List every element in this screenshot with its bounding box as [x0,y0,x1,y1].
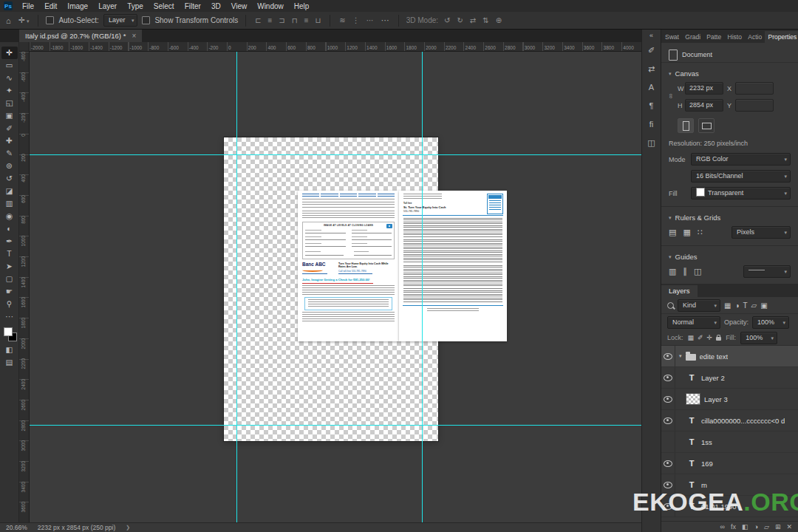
horizontal-ruler[interactable]: -2000-1800-1600-1400-1200-1000-800-600-4… [30,42,641,52]
show-transform-checkbox[interactable] [142,16,150,24]
frame-tool[interactable]: ▣ [1,109,18,122]
menu-type[interactable]: Type [122,2,149,10]
color-mode-dropdown[interactable]: RGB Color [691,153,791,166]
new-group-icon[interactable]: ▱ [764,523,769,531]
panel-tab-actio[interactable]: Actio [744,31,764,43]
layer-row[interactable]: T169 [661,453,798,474]
add-layer-mask-icon[interactable]: ◧ [742,523,748,531]
gradient-tool[interactable]: ▥ [1,197,18,210]
type-tool[interactable]: T [1,248,18,260]
screen-mode-icon[interactable]: ▤ [1,356,18,369]
menu-3d[interactable]: 3D [206,2,226,10]
layer-row[interactable]: T1ss [661,432,798,453]
align-right-icon[interactable]: ⊐ [277,16,286,24]
distribute-horizontal-icon[interactable]: ≋ [338,16,347,24]
panel-tab-gradi[interactable]: Gradi [681,31,703,43]
adjustment-layer-icon[interactable]: ◑ [754,523,758,531]
menu-view[interactable]: View [226,2,253,10]
height-field[interactable]: 2854 px [685,99,723,112]
tab-layers[interactable]: Layers [661,285,698,297]
lock-image-pixels-icon[interactable]: ✐ [698,334,703,341]
menu-select[interactable]: Select [149,2,180,10]
layer-row[interactable]: TLayer 2 [661,367,798,389]
snap-options-icon[interactable]: ∷ [698,228,703,237]
expand-panels-icon[interactable]: « [642,30,661,41]
canvas-area[interactable]: IMAGE AT LEVELS AT CLOSING LOANS Banc AB… [30,52,641,522]
align-middle-vertical-icon[interactable]: ≡ [303,16,310,24]
tool-preset-button[interactable]: ✛▾ [17,16,31,25]
visibility-toggle[interactable] [661,453,675,474]
guide-vertical[interactable] [236,52,237,522]
distribute-vertical-icon[interactable]: ⋮ [351,16,361,24]
quick-mask-icon[interactable]: ◧ [1,344,18,356]
canvas-fill-dropdown[interactable]: Transparent [691,187,791,200]
filter-smart-objects-icon[interactable]: ▣ [760,301,767,310]
lock-guides-icon[interactable]: ∥ [683,267,687,276]
filter-pixel-layers-icon[interactable]: ▦ [724,301,731,310]
layer-style-icon[interactable]: fx [731,523,736,531]
zoom-tool[interactable]: ⚲ [1,298,18,310]
visibility-toggle[interactable] [661,432,675,452]
bit-depth-dropdown[interactable]: 16 Bits/Channel [691,170,791,183]
foreground-color-swatch[interactable] [4,327,13,336]
paragraph-panel-icon[interactable]: ¶ [642,97,661,115]
3d-roll-icon[interactable]: ↻ [455,16,464,24]
y-field[interactable] [735,99,774,112]
status-chevron-icon[interactable]: ❯ [126,525,130,531]
guide-horizontal[interactable] [30,425,641,426]
menu-layer[interactable]: Layer [93,2,122,10]
dodge-tool[interactable]: ◐ [1,222,18,235]
color-swatches[interactable] [1,326,18,344]
3d-slide-icon[interactable]: ⇅ [481,16,490,24]
pen-tool[interactable]: ✒ [1,235,18,248]
rectangular-marquee-tool[interactable]: ▭ [1,59,18,72]
menu-window[interactable]: Window [252,2,289,10]
toggle-grid-icon[interactable]: ▦ [683,228,690,237]
glyphs-panel-icon[interactable]: ﬁ [642,115,661,134]
lasso-tool[interactable]: ∿ [1,72,18,84]
3d-rotate-icon[interactable]: ↺ [443,16,451,24]
blur-tool[interactable]: ◉ [1,210,18,222]
new-layer-icon[interactable]: ⊞ [775,523,781,531]
auto-select-checkbox[interactable] [46,16,54,24]
link-layers-icon[interactable]: ∞ [720,523,725,531]
3d-scale-icon[interactable]: ⊕ [494,16,503,24]
path-selection-tool[interactable]: ➤ [1,260,18,273]
3d-pan-icon[interactable]: ⇄ [468,16,477,24]
width-field[interactable]: 2232 px [685,82,723,95]
guide-horizontal[interactable] [30,154,641,155]
move-tool[interactable]: ✛ [1,47,18,59]
landscape-orientation-button[interactable] [698,118,715,133]
rectangle-tool[interactable]: ▢ [1,273,18,285]
crop-tool[interactable]: ◱ [1,97,18,109]
panel-tab-swat[interactable]: Swat [661,31,681,43]
visibility-toggle[interactable] [661,389,675,409]
align-top-icon[interactable]: ⊓ [290,16,299,24]
menu-filter[interactable]: Filter [180,2,206,10]
spot-healing-brush-tool[interactable]: ✚ [1,134,18,147]
opacity-dropdown[interactable]: 100% [752,316,789,329]
visibility-toggle[interactable] [661,346,675,366]
history-brush-tool[interactable]: ↺ [1,172,18,185]
lock-position-icon[interactable]: ✛ [707,334,713,341]
layer-row[interactable]: Tcilla0000000...ccccccc<0 d [661,410,798,432]
zoom-level[interactable]: 20.66% [6,524,27,531]
panel-tab-properties[interactable]: Properties [765,31,798,43]
align-center-horizontal-icon[interactable]: ≡ [267,16,274,24]
align-left-icon[interactable]: ⊏ [253,16,262,24]
x-field[interactable] [735,82,774,95]
filter-shape-layers-icon[interactable]: ▱ [751,301,757,310]
document-tab[interactable]: Italy id.psd @ 20.7% (RGB/16) * × [19,30,142,42]
adjustments-panel-icon[interactable]: ⇄ [642,60,661,78]
home-icon[interactable]: ⌂ [4,16,13,25]
align-bottom-icon[interactable]: ⊔ [314,16,323,24]
fill-dropdown[interactable]: 100% [740,332,777,344]
brush-tool[interactable]: ✎ [1,147,18,160]
visibility-toggle[interactable] [661,410,675,431]
libraries-panel-icon[interactable]: ◫ [642,134,661,152]
auto-select-target-dropdown[interactable]: Layer [103,14,138,27]
menu-file[interactable]: File [17,2,39,10]
panel-tab-patte[interactable]: Patte [703,31,723,43]
eraser-tool[interactable]: ◪ [1,185,18,197]
toggle-rulers-icon[interactable]: ▤ [669,228,676,237]
